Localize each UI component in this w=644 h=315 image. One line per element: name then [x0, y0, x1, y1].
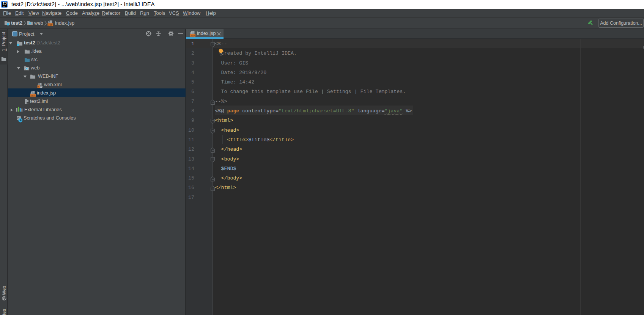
- svg-text:JSP: JSP: [31, 94, 35, 97]
- svg-text:JSP: JSP: [48, 24, 52, 26]
- svg-text:JSP: JSP: [191, 35, 195, 37]
- svg-text:<: <: [38, 85, 39, 88]
